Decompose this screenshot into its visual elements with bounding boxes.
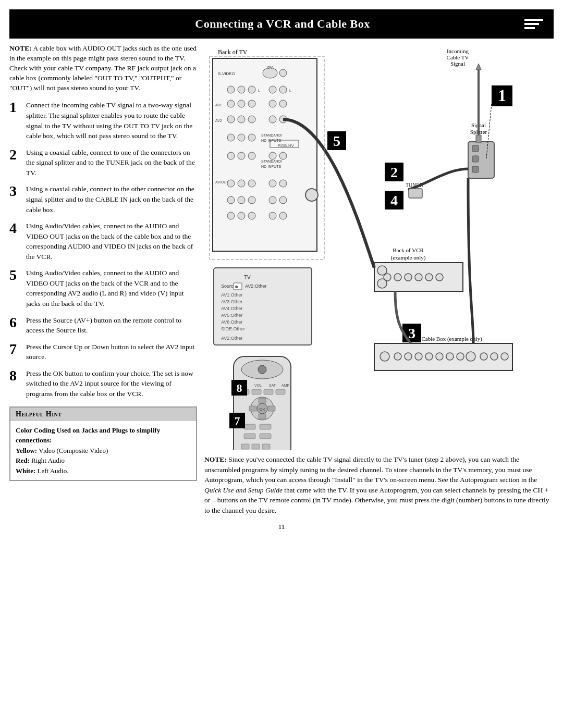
- svg-point-39: [227, 180, 235, 187]
- step2-label: 2: [390, 164, 398, 180]
- svg-text:⊕: ⊕: [235, 285, 238, 289]
- hint-yellow-label: Yellow:: [16, 447, 37, 454]
- step-5: 5 Using Audio/Video cables, connect to t…: [9, 268, 197, 309]
- step-number-7: 7: [9, 342, 22, 356]
- hint-yellow-text: Video (Composite Video): [39, 447, 108, 454]
- svg-point-52: [269, 212, 276, 219]
- svg-point-47: [269, 196, 276, 204]
- svg-point-12: [238, 100, 245, 107]
- svg-point-36: [279, 152, 287, 159]
- svg-point-79: [491, 353, 498, 360]
- tv-menu-tv-label: TV: [244, 275, 251, 280]
- step-number-8: 8: [9, 368, 22, 383]
- svg-rect-104: [259, 414, 266, 419]
- right-note: NOTE: Since you've connected the cable T…: [202, 454, 554, 515]
- step-text-1: Connect the incoming cable TV signal to …: [26, 100, 197, 141]
- step-number-6: 6: [9, 315, 22, 330]
- step-number-3: 3: [9, 184, 22, 199]
- svg-text:AV5:Other: AV5:Other: [221, 313, 242, 318]
- svg-text:SIDE:Other: SIDE:Other: [221, 326, 245, 331]
- svg-text:DVI: DVI: [267, 66, 274, 69]
- svg-point-45: [238, 196, 245, 204]
- svg-point-13: [248, 100, 255, 107]
- steps-list: 1 Connect the incoming cable TV signal t…: [9, 100, 197, 399]
- svg-point-93: [258, 365, 266, 374]
- page-title: Connecting a VCR and Cable Box: [41, 17, 524, 31]
- helpful-hint-title: Helpful Hint: [10, 408, 196, 421]
- svg-point-32: [227, 152, 235, 159]
- incoming-cable-label3: Signal: [450, 60, 465, 67]
- svg-point-54: [305, 189, 318, 201]
- svg-text:AV3:Other: AV3:Other: [221, 299, 242, 304]
- right-note-italic: Quick Use and Setup Guide: [204, 486, 283, 494]
- main-content: NOTE: A cable box with AUDIO OUT jacks s…: [0, 44, 563, 515]
- svg-point-27: [248, 134, 255, 141]
- svg-rect-113: [241, 444, 249, 449]
- step-6: 6 Press the Source (AV+) button on the r…: [9, 315, 197, 336]
- step-text-3: Using a coaxial cable, connect to the ot…: [26, 184, 197, 215]
- svg-text:L: L: [258, 89, 260, 92]
- svg-point-62: [394, 274, 401, 281]
- svg-point-70: [394, 353, 401, 360]
- svg-rect-56: [472, 156, 479, 162]
- svg-rect-55: [472, 145, 479, 152]
- step-3: 3 Using a coaxial cable, connect to the …: [9, 184, 197, 215]
- helpful-hint-body: Color Coding Used on Jacks and Plugs to …: [10, 421, 196, 480]
- right-note-text: Since you've connected the cable TV sign…: [204, 455, 537, 484]
- diagram-container: Back of TV Incoming Cable TV Signal S-VI…: [202, 44, 554, 450]
- svg-point-33: [238, 152, 245, 159]
- hint-white-text: Left Audio.: [38, 467, 69, 475]
- step-4: 4 Using Audio/Video cables, connect to t…: [9, 221, 197, 262]
- svg-point-66: [436, 274, 443, 281]
- svg-point-25: [227, 134, 235, 141]
- svg-point-67: [377, 266, 387, 275]
- svg-text:HD-INPUTS: HD-INPUTS: [261, 165, 281, 168]
- cable-splitter-to-cablebox: [468, 178, 473, 343]
- svg-point-2: [279, 69, 287, 77]
- tuner-connector: [409, 189, 422, 198]
- svg-point-80: [501, 353, 508, 360]
- svg-point-26: [238, 134, 245, 141]
- svg-text:AV6:Other: AV6:Other: [221, 319, 242, 325]
- svg-text:L: L: [289, 89, 291, 92]
- svg-text:OK: OK: [259, 407, 265, 412]
- svg-text:STANDARD/: STANDARD/: [261, 133, 282, 137]
- svg-point-43: [279, 180, 287, 187]
- right-column: Back of TV Incoming Cable TV Signal S-VI…: [202, 44, 554, 515]
- back-of-vcr-label2: (example only): [391, 254, 426, 261]
- svg-point-73: [425, 353, 433, 360]
- svg-rect-111: [244, 434, 255, 439]
- svg-point-53: [279, 212, 287, 219]
- svg-point-46: [248, 196, 255, 204]
- helpful-hint-box: Helpful Hint Color Coding Used on Jacks …: [9, 406, 197, 482]
- svg-point-71: [405, 353, 412, 360]
- step1-label: 1: [498, 86, 506, 105]
- svg-rect-100: [264, 389, 273, 394]
- incoming-cable-label: Incoming: [447, 48, 469, 54]
- svg-point-17: [227, 116, 235, 123]
- svg-text:STANDARD/: STANDARD/: [261, 159, 282, 163]
- svg-point-4: [227, 86, 235, 93]
- svg-point-35: [269, 152, 276, 159]
- svg-rect-106: [268, 406, 275, 411]
- step-text-7: Press the Cursor Up or Down button to se…: [26, 342, 197, 362]
- svg-text:SAT: SAT: [269, 384, 276, 387]
- step-text-4: Using Audio/Video cables, connect to the…: [26, 221, 197, 262]
- back-of-tv-label: Back of TV: [218, 48, 248, 56]
- svg-point-49: [227, 212, 235, 219]
- svg-text:AV1:Other: AV1:Other: [221, 292, 242, 298]
- step-text-8: Press the OK button to confirm your choi…: [26, 368, 197, 399]
- step-text-2: Using a coaxial cable, connect to one of…: [26, 147, 197, 178]
- svg-rect-114: [252, 444, 260, 449]
- svg-point-51: [248, 212, 255, 219]
- step-number-1: 1: [9, 100, 22, 115]
- svg-point-64: [415, 274, 422, 281]
- svg-point-20: [269, 116, 276, 123]
- hint-white-label: White:: [16, 467, 35, 475]
- svg-point-11: [227, 100, 235, 107]
- svg-point-75: [446, 353, 454, 360]
- svg-text:AV4:Other: AV4:Other: [221, 306, 242, 311]
- svg-point-48: [279, 196, 287, 204]
- step-text-6: Press the Source (AV+) button on the rem…: [26, 315, 197, 336]
- connection-diagram: Back of TV Incoming Cable TV Signal S-VI…: [202, 44, 525, 450]
